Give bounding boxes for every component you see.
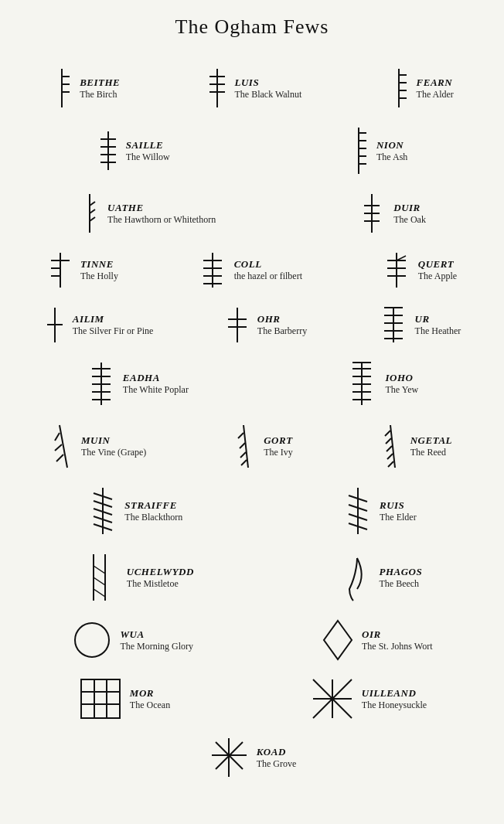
mor-tree: The Ocean	[130, 700, 170, 711]
coll-text: COLL the hazel or filbert	[234, 258, 302, 282]
muin-text: MUIN The Vine (Grape)	[81, 434, 146, 458]
ngetal-name: NGETAL	[410, 434, 452, 447]
koad-name: KOAD	[257, 746, 297, 758]
nion-name: NION	[376, 139, 407, 152]
wua-symbol	[71, 619, 114, 662]
list-item: MOR The Ocean	[73, 672, 175, 725]
svg-line-85	[388, 461, 393, 467]
ngetal-tree: The Reed	[410, 447, 452, 458]
svg-line-99	[94, 566, 105, 574]
luis-symbol	[206, 65, 229, 111]
list-item: UCHELWYDD The Mistletoe	[77, 547, 199, 608]
list-item: STRAIFFE The Blackthorn	[83, 481, 187, 541]
svg-line-79	[241, 460, 247, 465]
saille-symbol	[97, 128, 120, 174]
ngetal-symbol	[381, 421, 404, 472]
svg-line-26	[90, 209, 95, 213]
saille-tree: The Willow	[126, 152, 170, 163]
quert-tree: The Apple	[418, 271, 457, 282]
svg-line-77	[240, 443, 245, 448]
ohr-text: OHR The Barberry	[257, 313, 307, 337]
uathe-text: UATHE The Hawthorn or Whitethorn	[107, 202, 216, 226]
list-item: WUA The Morning Glory	[66, 616, 198, 665]
straiffe-symbol	[87, 484, 118, 538]
tinne-symbol	[47, 249, 74, 291]
row-12: KOAD The Grove	[8, 731, 496, 784]
koad-tree: The Grove	[257, 758, 297, 770]
list-item: MUIN The Vine (Grape)	[47, 418, 151, 475]
saille-text: SAILLE The Willow	[126, 139, 170, 163]
gort-tree: The Ivy	[264, 447, 293, 458]
wua-text: WUA The Morning Glory	[120, 628, 193, 652]
ioho-name: IOHO	[386, 372, 419, 384]
row-10: WUA The Morning Glory OIR The St. Johns …	[8, 614, 496, 666]
ruis-name: RUIS	[380, 499, 417, 512]
wua-tree: The Morning Glory	[120, 641, 193, 652]
uathe-tree: The Hawthorn or Whitethorn	[107, 214, 216, 226]
fearn-tree: The Alder	[417, 89, 454, 100]
uilleand-tree: The Honeysuckle	[362, 700, 427, 711]
ruis-tree: The Elder	[380, 512, 417, 523]
list-item: EADHA The White Poplar	[81, 356, 193, 412]
list-item: KOAD The Grove	[203, 731, 301, 784]
svg-line-84	[387, 454, 393, 459]
svg-line-74	[56, 455, 63, 461]
uilleand-text: UILLEAND The Honeysuckle	[362, 687, 427, 711]
list-item: UR The Heather	[373, 301, 466, 349]
list-item: COLL the hazel or filbert	[192, 246, 307, 295]
ailim-tree: The Silver Fir or Pine	[73, 325, 154, 337]
list-item: GORT The Ivy	[230, 418, 298, 475]
ailim-symbol	[43, 304, 66, 346]
phagos-tree: The Beech	[379, 578, 422, 590]
row-5: AILIM The Silver Fir or Pine OHR The Bar…	[8, 301, 496, 349]
list-item: RUIS The Elder	[338, 481, 421, 541]
duir-text: DUIR The Oak	[393, 202, 426, 226]
ioho-tree: The Yew	[386, 384, 419, 396]
svg-rect-104	[81, 679, 120, 718]
row-3: UATHE The Hawthorn or Whitethorn DUIR Th…	[8, 187, 496, 240]
svg-line-27	[90, 217, 95, 221]
page-title: The Ogham Fews	[8, 15, 496, 39]
coll-tree: the hazel or filbert	[234, 271, 302, 282]
list-item: NION The Ash	[342, 121, 412, 181]
phagos-name: PHAGOS	[379, 566, 422, 578]
ur-tree: The Heather	[415, 325, 461, 337]
uchelwydd-name: UCHELWYDD	[127, 566, 194, 578]
ruis-text: RUIS The Elder	[380, 499, 417, 523]
ioho-symbol	[345, 359, 380, 409]
gort-name: GORT	[264, 434, 293, 447]
row-8: STRAIFFE The Blackthorn RUIS The Elder	[8, 481, 496, 541]
koad-symbol	[208, 734, 250, 781]
svg-line-83	[387, 446, 392, 451]
oir-name: OIR	[362, 628, 432, 641]
fearn-symbol	[387, 65, 410, 111]
luis-text: LUIS The Black Walnut	[235, 77, 302, 100]
beithe-text: BEITHE The Birch	[80, 77, 120, 100]
list-item: NGETAL The Reed	[376, 418, 457, 475]
list-item: UILLEAND The Honeysuckle	[305, 672, 431, 725]
oir-tree: The St. Johns Wort	[362, 641, 432, 652]
fearn-name: FEARN	[417, 77, 454, 89]
saille-name: SAILLE	[126, 139, 170, 152]
tinne-tree: The Holly	[80, 271, 118, 282]
nion-tree: The Ash	[376, 152, 407, 163]
uchelwydd-text: UCHELWYDD The Mistletoe	[127, 566, 194, 590]
eadha-tree: The White Poplar	[123, 384, 189, 396]
list-item: TINNE The Holly	[43, 246, 123, 295]
beithe-symbol	[50, 65, 73, 111]
svg-line-76	[238, 433, 243, 438]
svg-line-73	[55, 444, 62, 451]
mor-symbol	[77, 676, 124, 722]
ohr-symbol	[224, 304, 251, 346]
list-item: DUIR The Oak	[352, 187, 431, 240]
row-1: BEITHE The Birch LUIS The Black Walnut	[8, 62, 496, 114]
list-item: AILIM The Silver Fir or Pine	[39, 301, 158, 349]
eadha-symbol	[86, 359, 117, 409]
svg-line-101	[94, 589, 105, 597]
uchelwydd-symbol	[82, 550, 121, 604]
gort-text: GORT The Ivy	[264, 434, 293, 458]
straiffe-tree: The Blackthorn	[124, 512, 182, 523]
ngetal-text: NGETAL The Reed	[410, 434, 452, 458]
row-4: TINNE The Holly COLL the hazel or filber…	[8, 246, 496, 295]
svg-point-102	[75, 623, 109, 657]
